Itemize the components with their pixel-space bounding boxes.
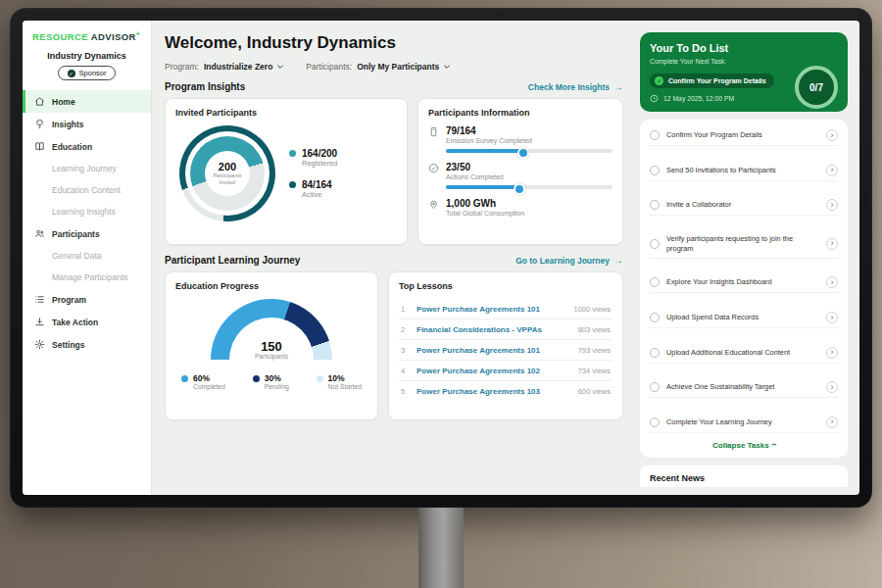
task-chevron-icon[interactable]: › xyxy=(826,416,838,428)
sponsor-badge[interactable]: ✓ Sponsor xyxy=(58,66,117,80)
recent-news-card[interactable]: Recent News xyxy=(640,466,848,487)
participants-filter: Participants: Only My Participants xyxy=(306,62,451,72)
legend-completed: 60% Completed xyxy=(181,373,225,390)
home-icon xyxy=(34,96,45,107)
top-lessons-card: Top Lessons 1Power Purchase Agreements 1… xyxy=(388,271,623,420)
list-icon xyxy=(34,294,45,305)
todo-task[interactable]: Send 50 Invitations to Participants› xyxy=(649,161,839,181)
chevron-down-icon xyxy=(443,63,451,71)
todo-task[interactable]: Complete Your Learning Journey› xyxy=(649,413,839,433)
info-row-actions: 23/50 Actions Completed xyxy=(428,162,612,189)
program-filter-label: Program: xyxy=(165,62,199,72)
task-chevron-icon[interactable]: › xyxy=(826,347,838,359)
todo-summary-card: Your To Do List Complete Your Next Task:… xyxy=(640,32,848,112)
task-checkbox-icon[interactable] xyxy=(650,313,660,322)
participants-information-card: Participants Information 79/164 Emission… xyxy=(417,98,623,245)
legend-pending: 30% Pending xyxy=(253,373,289,390)
task-chevron-icon[interactable]: › xyxy=(826,129,838,141)
task-chevron-icon[interactable]: › xyxy=(826,276,838,288)
sidebar-item-learning-insights[interactable]: Learning Insights xyxy=(23,201,151,222)
main-content: Welcome, Industry Dynamics Program: Indu… xyxy=(152,21,636,495)
emission-progress-bar xyxy=(446,149,612,153)
sidebar-item-learning-journey[interactable]: Learning Journey xyxy=(23,158,151,179)
todo-task[interactable]: Verify participants requesting to join t… xyxy=(649,230,839,259)
sidebar-item-take-action[interactable]: Take Action xyxy=(23,311,151,333)
todo-task[interactable]: Invite a Collaborator› xyxy=(649,195,839,216)
lesson-row: 5Power Purchase Agreements 103600 views xyxy=(399,381,612,401)
sidebar-item-settings[interactable]: Settings xyxy=(23,333,151,356)
task-chevron-icon[interactable]: › xyxy=(826,165,838,176)
sidebar-item-home[interactable]: Home xyxy=(23,90,151,113)
task-label: Complete Your Learning Journey xyxy=(666,417,819,427)
task-checkbox-icon[interactable] xyxy=(650,239,660,249)
filter-bar: Program: Industrialize Zero Participants… xyxy=(165,62,623,72)
task-checkbox-icon[interactable] xyxy=(650,200,660,210)
monitor-stand xyxy=(418,508,464,588)
todo-panel: Your To Do List Complete Your Next Task:… xyxy=(636,21,859,495)
task-chevron-icon[interactable]: › xyxy=(826,381,838,393)
todo-task[interactable]: Upload Additional Educational Content› xyxy=(649,343,839,364)
task-chevron-icon[interactable]: › xyxy=(826,238,838,250)
task-checkbox-icon[interactable] xyxy=(650,382,660,392)
sidebar-item-label: General Data xyxy=(52,251,102,261)
task-checkbox-icon[interactable] xyxy=(650,130,660,140)
lesson-link[interactable]: Power Purchase Agreements 102 xyxy=(416,367,570,375)
lesson-views: 793 views xyxy=(578,346,611,355)
dashboard-app: RESOURCE ADVISOR+ Industry Dynamics ✓ Sp… xyxy=(23,21,859,495)
todo-task[interactable]: Explore Your Insights Dashboard› xyxy=(649,272,839,293)
app-logo: RESOURCE ADVISOR+ xyxy=(23,30,151,42)
lesson-link[interactable]: Power Purchase Agreements 101 xyxy=(416,346,570,355)
sidebar-item-label: Take Action xyxy=(52,318,98,327)
info-row-consumption: 1,000 GWh Total Global Consumption xyxy=(428,198,612,217)
legend-active: 84/164 Active xyxy=(289,179,337,199)
sidebar-item-general-data[interactable]: General Data xyxy=(23,245,151,267)
learning-journey-header: Participant Learning Journey Go to Learn… xyxy=(165,255,623,266)
program-dropdown[interactable]: Industrialize Zero xyxy=(204,62,284,72)
sidebar-item-label: Learning Insights xyxy=(52,207,116,217)
arrow-right-icon: → xyxy=(613,255,623,266)
sponsor-badge-label: Sponsor xyxy=(79,69,107,77)
task-checkbox-icon[interactable] xyxy=(650,166,660,175)
task-chevron-icon[interactable]: › xyxy=(826,312,838,323)
actions-progress-bar xyxy=(446,185,612,189)
todo-progress-value: 0/7 xyxy=(809,82,823,93)
task-checkbox-icon[interactable] xyxy=(650,417,660,427)
download-icon xyxy=(34,317,45,327)
check-icon: ✓ xyxy=(655,76,663,85)
lesson-link[interactable]: Power Purchase Agreements 103 xyxy=(416,387,570,396)
legend-not-started: 10% Not Started xyxy=(317,373,362,390)
sidebar-item-manage-participants[interactable]: Manage Participants xyxy=(23,267,151,288)
todo-task[interactable]: Confirm Your Program Details› xyxy=(649,125,839,146)
participants-dropdown[interactable]: Only My Participants xyxy=(357,62,451,72)
card-title: Top Lessons xyxy=(399,281,612,291)
lesson-views: 1000 views xyxy=(573,305,611,314)
legend-dot-not-started xyxy=(317,375,323,382)
go-to-learning-journey-link[interactable]: Go to Learning Journey → xyxy=(515,255,623,266)
todo-task[interactable]: Upload Spend Data Records› xyxy=(649,308,839,328)
sidebar-item-education[interactable]: Education xyxy=(23,135,151,158)
sidebar-item-label: Program xyxy=(52,295,86,305)
consumption-icon xyxy=(428,199,439,210)
task-checkbox-icon[interactable] xyxy=(650,277,660,287)
check-more-insights-link[interactable]: Check More Insights → xyxy=(528,81,623,92)
sponsor-badge-icon: ✓ xyxy=(68,70,75,77)
gear-icon xyxy=(34,339,45,350)
lesson-link[interactable]: Financial Considerations - VPPAs xyxy=(416,325,570,334)
task-checkbox-icon[interactable] xyxy=(650,348,660,358)
task-label: Verify participants requesting to join t… xyxy=(666,234,819,254)
next-task-pill[interactable]: ✓ Confirm Your Program Details xyxy=(650,74,774,88)
collapse-tasks-button[interactable]: Collapse Tasks› xyxy=(649,433,839,454)
todo-task[interactable]: Achieve One Sustainability Target› xyxy=(649,377,839,398)
todo-title: Your To Do List xyxy=(650,42,838,54)
invited-donut-chart: 200 Participants Invited xyxy=(179,125,275,221)
sidebar-item-program[interactable]: Program xyxy=(23,288,151,311)
sidebar-item-insights[interactable]: Insights xyxy=(23,113,151,135)
sidebar-item-participants[interactable]: Participants xyxy=(23,222,151,245)
task-chevron-icon[interactable]: › xyxy=(826,199,838,211)
book-icon xyxy=(34,141,45,152)
sidebar-item-education-content[interactable]: Education Content xyxy=(23,179,151,201)
program-insights-title: Program Insights xyxy=(165,81,245,92)
donut-center-label: Participants Invited xyxy=(205,172,250,186)
invited-participants-card: Invited Participants 200 Participants In… xyxy=(165,98,408,245)
lesson-link[interactable]: Power Purchase Agreements 101 xyxy=(416,305,565,314)
